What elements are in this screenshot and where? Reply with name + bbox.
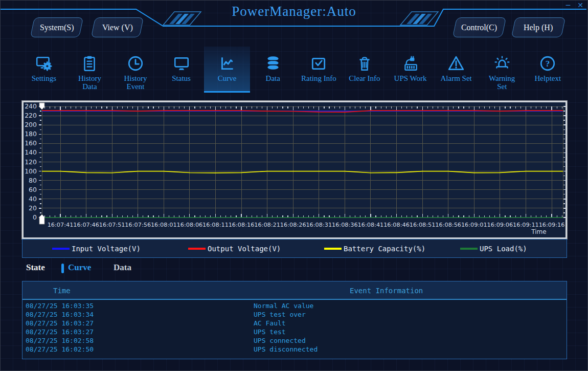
event-row[interactable]: 08/27/25 16:02:58UPS connected bbox=[22, 337, 567, 345]
svg-text:16:09:01: 16:09:01 bbox=[461, 222, 487, 228]
svg-text:100: 100 bbox=[25, 167, 37, 175]
powermanager-window: { "window": { "title": "PowerManager:Aut… bbox=[0, 0, 588, 371]
legend-output-voltage: Output Voltage(V) bbox=[159, 245, 295, 253]
svg-text:16:08:41: 16:08:41 bbox=[358, 222, 384, 228]
svg-text:16:07:41: 16:07:41 bbox=[48, 222, 74, 228]
svg-text:16:08:56: 16:08:56 bbox=[435, 222, 461, 228]
event-table-header: Time Event Information bbox=[22, 281, 567, 300]
event-info: Normal AC value bbox=[254, 302, 567, 311]
event-row[interactable]: 08/27/25 16:03:27UPS test bbox=[22, 328, 567, 337]
event-time: 08/27/25 16:02:50 bbox=[22, 345, 254, 354]
alarm-set-icon bbox=[447, 55, 465, 72]
toolbar-item-status[interactable]: Status bbox=[159, 47, 205, 93]
svg-text:16:07:46: 16:07:46 bbox=[73, 222, 99, 228]
toolbar-label: Rating Info bbox=[301, 75, 336, 83]
toolbar-label: History Event bbox=[124, 75, 147, 91]
toolbar-item-helptext[interactable]: ? Helptext bbox=[525, 47, 571, 93]
tab-data[interactable]: Data bbox=[114, 263, 131, 273]
toolbar-item-settings[interactable]: Settings bbox=[21, 47, 67, 93]
legend-ups-load: UPS Load(%) bbox=[431, 245, 567, 253]
event-time: 08/27/25 16:03:34 bbox=[22, 311, 254, 319]
curve-chart[interactable]: 02040608010012014016018020022024016:07:4… bbox=[24, 102, 566, 237]
chart-legend: Input Voltage(V) Output Voltage(V) Batte… bbox=[22, 239, 567, 258]
event-table: Time Event Information 08/27/25 16:03:35… bbox=[22, 281, 567, 359]
svg-text:160: 160 bbox=[25, 139, 37, 147]
rating-info-icon bbox=[310, 55, 327, 72]
svg-text:16:09:11: 16:09:11 bbox=[513, 222, 539, 228]
toolbar-item-ups-work[interactable]: UPS Work bbox=[388, 47, 434, 93]
toolbar-label: UPS Work bbox=[394, 75, 427, 83]
svg-text:240: 240 bbox=[25, 102, 37, 110]
svg-text:16:08:46: 16:08:46 bbox=[383, 222, 410, 228]
toolbar-item-curve[interactable]: Curve bbox=[204, 47, 250, 93]
event-info: UPS test bbox=[254, 328, 567, 337]
toolbar-label: Status bbox=[172, 75, 191, 83]
event-row[interactable]: 08/27/25 16:03:35Normal AC value bbox=[22, 302, 567, 311]
legend-input-voltage: Input Voltage(V) bbox=[22, 245, 159, 253]
toolbar-item-warning-set[interactable]: Warning Set bbox=[479, 47, 525, 93]
window-controls: ─ ✕ bbox=[566, 1, 583, 10]
event-info: UPS disconnected bbox=[254, 345, 567, 354]
output-voltage-swatch bbox=[188, 248, 206, 250]
toolbar-item-rating-info[interactable]: Rating Info bbox=[296, 47, 342, 93]
svg-text:20: 20 bbox=[29, 204, 37, 212]
svg-text:16:08:11: 16:08:11 bbox=[202, 222, 229, 228]
svg-text:60: 60 bbox=[29, 186, 37, 193]
menu-system[interactable]: System(S) bbox=[30, 17, 83, 37]
event-info: AC Fault bbox=[254, 319, 567, 328]
column-header-event-information: Event Information bbox=[350, 287, 423, 295]
svg-text:?: ? bbox=[546, 59, 550, 69]
menu-control[interactable]: Control(C) bbox=[453, 17, 506, 37]
bottom-tabs: State Curve Data bbox=[1, 263, 588, 278]
svg-text:16:08:26: 16:08:26 bbox=[280, 222, 306, 228]
event-time: 08/27/25 16:02:58 bbox=[22, 337, 254, 345]
svg-text:80: 80 bbox=[29, 177, 37, 184]
event-table-body: 08/27/25 16:03:35Normal AC value08/27/25… bbox=[22, 300, 567, 354]
svg-text:16:09:06: 16:09:06 bbox=[487, 222, 513, 228]
svg-text:0: 0 bbox=[33, 213, 37, 221]
event-row[interactable]: 08/27/25 16:03:34UPS test over bbox=[22, 311, 567, 319]
tab-curve[interactable]: Curve bbox=[68, 263, 91, 273]
toolbar-item-history-data[interactable]: History Data bbox=[67, 47, 113, 93]
svg-text:140: 140 bbox=[25, 148, 37, 156]
battery-capacity-swatch bbox=[324, 248, 342, 250]
svg-text:16:07:56: 16:07:56 bbox=[125, 222, 151, 228]
menu-view[interactable]: View (V) bbox=[91, 17, 144, 37]
toolbar-label: History Data bbox=[78, 75, 101, 91]
svg-text:16:08:01: 16:08:01 bbox=[151, 222, 177, 228]
curve-icon bbox=[218, 55, 236, 72]
history-event-icon bbox=[127, 55, 144, 72]
svg-text:120: 120 bbox=[25, 158, 37, 166]
event-time: 08/27/25 16:03:35 bbox=[22, 302, 254, 311]
menu-help[interactable]: Help (H) bbox=[511, 17, 566, 37]
svg-text:16:09:16: 16:09:16 bbox=[539, 222, 565, 228]
tab-state[interactable]: State bbox=[26, 263, 45, 273]
toolbar-label: Data bbox=[266, 75, 280, 83]
event-row[interactable]: 08/27/25 16:02:50UPS disconnected bbox=[22, 345, 567, 354]
toolbar: Settings History Data History Event Stat… bbox=[21, 47, 571, 93]
toolbar-label: Curve bbox=[218, 75, 237, 83]
curve-chart-panel: 02040608010012014016018020022024016:07:4… bbox=[22, 101, 567, 239]
active-tab-marker bbox=[61, 264, 64, 273]
toolbar-item-clear-info[interactable]: Clear Info bbox=[342, 47, 388, 93]
minimize-button[interactable]: ─ bbox=[566, 3, 570, 8]
column-header-time: Time bbox=[53, 287, 71, 295]
toolbar-item-alarm-set[interactable]: Alarm Set bbox=[433, 47, 479, 93]
history-data-icon bbox=[81, 55, 98, 72]
event-time: 08/27/25 16:03:27 bbox=[22, 328, 254, 337]
helptext-icon: ? bbox=[539, 55, 556, 72]
svg-text:16:07:51: 16:07:51 bbox=[99, 222, 125, 228]
toolbar-label: Alarm Set bbox=[441, 75, 472, 83]
toolbar-label: Clear Info bbox=[349, 75, 380, 83]
toolbar-item-history-event[interactable]: History Event bbox=[112, 47, 159, 93]
event-row[interactable]: 08/27/25 16:03:27AC Fault bbox=[22, 319, 567, 328]
toolbar-label: Helptext bbox=[535, 75, 561, 83]
event-info: UPS connected bbox=[254, 337, 567, 345]
svg-text:16:08:31: 16:08:31 bbox=[306, 222, 332, 228]
data-icon bbox=[264, 55, 282, 72]
svg-text:180: 180 bbox=[25, 130, 37, 138]
toolbar-item-data[interactable]: Data bbox=[250, 47, 296, 93]
event-time: 08/27/25 16:03:27 bbox=[22, 319, 254, 328]
close-button[interactable]: ✕ bbox=[577, 1, 583, 9]
ups-load-swatch bbox=[460, 248, 478, 250]
